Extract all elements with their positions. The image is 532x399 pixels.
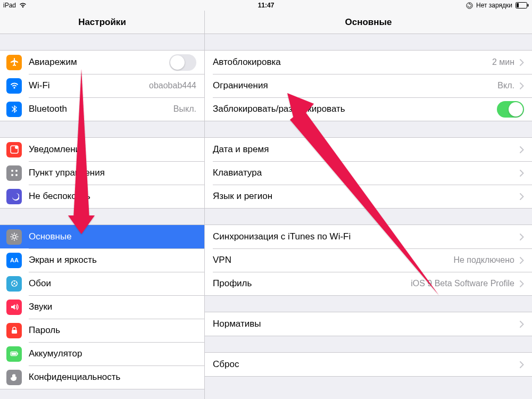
sidebar-item-bluetooth[interactable]: Bluetooth Выкл. bbox=[0, 97, 204, 121]
regulatory-label: Нормативы bbox=[213, 319, 514, 329]
row-keyboard[interactable]: Клавиатура bbox=[205, 161, 532, 185]
chevron-icon bbox=[520, 59, 524, 66]
row-reset[interactable]: Сброс bbox=[205, 353, 532, 376]
vpn-value: Не подключено bbox=[453, 255, 514, 265]
svg-point-8 bbox=[11, 174, 13, 176]
sidebar-item-privacy[interactable]: Конфиденциальность bbox=[0, 365, 204, 389]
svg-point-6 bbox=[11, 170, 13, 172]
bluetooth-value: Выкл. bbox=[173, 104, 196, 114]
gear-icon bbox=[6, 229, 22, 245]
row-restrictions[interactable]: Ограничения Вкл. bbox=[205, 74, 532, 97]
sidebar-item-general[interactable]: Основные bbox=[0, 225, 204, 248]
svg-point-25 bbox=[12, 285, 13, 286]
reset-label: Сброс bbox=[213, 359, 514, 370]
charging-label: Нет зарядки bbox=[476, 2, 512, 9]
notifications-label: Уведомления bbox=[29, 144, 196, 155]
general-label: Основные bbox=[29, 231, 196, 242]
svg-point-10 bbox=[13, 235, 16, 238]
autolock-label: Автоблокировка bbox=[213, 57, 488, 68]
chevron-icon bbox=[520, 321, 524, 328]
sidebar-item-display[interactable]: AA Экран и яркость bbox=[0, 248, 204, 272]
svg-line-17 bbox=[11, 239, 12, 240]
lock-unlock-label: Заблокировать/разблокировать bbox=[213, 104, 497, 114]
svg-point-9 bbox=[15, 174, 18, 176]
battery-label: Аккумулятор bbox=[29, 348, 196, 359]
row-date-time[interactable]: Дата и время bbox=[205, 138, 532, 161]
lock-unlock-toggle[interactable] bbox=[497, 101, 524, 118]
sidebar-item-sounds[interactable]: Звуки bbox=[0, 295, 204, 319]
detail-scroll[interactable]: Автоблокировка 2 мин Ограничения Вкл. За… bbox=[205, 34, 532, 399]
keyboard-label: Клавиатура bbox=[213, 168, 514, 178]
airplane-label: Авиарежим bbox=[29, 57, 169, 68]
sounds-label: Звуки bbox=[29, 302, 196, 312]
sidebar-item-airplane[interactable]: Авиарежим bbox=[0, 51, 204, 74]
device-label: iPad bbox=[3, 2, 16, 9]
rotation-lock-icon bbox=[466, 2, 473, 9]
profile-label: Профиль bbox=[213, 278, 406, 289]
lock-icon bbox=[6, 323, 22, 338]
bluetooth-icon bbox=[6, 102, 22, 117]
wifi-value: obaobab444 bbox=[149, 81, 196, 90]
airplane-toggle[interactable] bbox=[169, 54, 196, 71]
row-autolock[interactable]: Автоблокировка 2 мин bbox=[205, 51, 532, 74]
svg-point-5 bbox=[15, 146, 18, 149]
restrictions-label: Ограничения bbox=[213, 80, 493, 91]
sidebar-group-connectivity: Авиарежим Wi-Fi obaobab444 Bluetooth Вык… bbox=[0, 50, 204, 121]
sidebar-item-control-center[interactable]: Пункт управления bbox=[0, 161, 204, 185]
detail-title: Основные bbox=[205, 11, 532, 34]
chevron-icon bbox=[520, 361, 524, 368]
sidebar-item-wifi[interactable]: Wi-Fi obaobab444 bbox=[0, 74, 204, 97]
svg-point-7 bbox=[15, 170, 18, 172]
profile-value: iOS 9 Beta Software Profile bbox=[411, 279, 514, 288]
row-lock-unlock[interactable]: Заблокировать/разблокировать bbox=[205, 97, 532, 121]
row-itunes-sync[interactable]: Синхронизация с iTunes по Wi-Fi bbox=[205, 225, 532, 248]
sidebar-item-battery[interactable]: Аккумулятор bbox=[0, 342, 204, 365]
row-profile[interactable]: Профиль iOS 9 Beta Software Profile bbox=[205, 272, 532, 295]
sidebar-scroll[interactable]: Авиарежим Wi-Fi obaobab444 Bluetooth Вык… bbox=[0, 34, 204, 399]
detail-group-lock: Автоблокировка 2 мин Ограничения Вкл. За… bbox=[205, 50, 532, 121]
chevron-icon bbox=[520, 234, 524, 240]
display-label: Экран и яркость bbox=[29, 255, 196, 265]
row-language[interactable]: Язык и регион bbox=[205, 185, 532, 208]
notifications-icon bbox=[6, 142, 22, 157]
chevron-icon bbox=[520, 170, 524, 177]
wallpaper-icon bbox=[6, 276, 22, 292]
sidebar-item-wallpaper[interactable]: Обои bbox=[0, 272, 204, 295]
svg-rect-30 bbox=[11, 353, 16, 355]
moon-icon bbox=[6, 189, 22, 204]
airplane-icon bbox=[6, 55, 22, 70]
control-center-label: Пункт управления bbox=[29, 168, 196, 178]
wallpaper-label: Обои bbox=[29, 278, 196, 289]
status-bar: iPad 11:47 Нет зарядки bbox=[0, 0, 532, 11]
sidebar-group-alerts: Уведомления Пункт управления Не беспокои… bbox=[0, 137, 204, 209]
wifi-icon bbox=[19, 3, 27, 8]
chevron-icon bbox=[520, 280, 524, 287]
chevron-icon bbox=[520, 82, 524, 89]
sidebar-item-notifications[interactable]: Уведомления bbox=[0, 138, 204, 161]
battery-icon bbox=[516, 2, 529, 9]
vpn-label: VPN bbox=[213, 255, 449, 265]
row-vpn[interactable]: VPN Не подключено bbox=[205, 248, 532, 272]
row-regulatory[interactable]: Нормативы bbox=[205, 312, 532, 336]
sidebar-item-passcode[interactable]: Пароль bbox=[0, 319, 204, 342]
detail-group-reset: Сброс bbox=[205, 352, 532, 377]
svg-line-16 bbox=[16, 239, 17, 240]
dnd-label: Не беспокоить bbox=[29, 191, 196, 202]
detail-group-network: Синхронизация с iTunes по Wi-Fi VPN Не п… bbox=[205, 225, 532, 296]
svg-point-23 bbox=[16, 282, 17, 283]
restrictions-value: Вкл. bbox=[497, 81, 514, 90]
battery-icon bbox=[6, 346, 22, 362]
svg-point-21 bbox=[13, 283, 15, 285]
settings-sidebar: Настройки Авиарежим Wi-Fi obaobab444 bbox=[0, 11, 205, 399]
sidebar-item-dnd[interactable]: Не беспокоить bbox=[0, 185, 204, 208]
sidebar-group-device: Основные AA Экран и яркость Обои bbox=[0, 225, 204, 389]
svg-rect-3 bbox=[517, 3, 519, 7]
speaker-icon bbox=[6, 300, 22, 315]
detail-panel: Основные Автоблокировка 2 мин Ограничени… bbox=[205, 11, 532, 399]
wifi-label: Wi-Fi bbox=[29, 80, 145, 91]
detail-group-regulatory: Нормативы bbox=[205, 312, 532, 336]
display-icon: AA bbox=[6, 253, 22, 268]
svg-point-24 bbox=[15, 285, 16, 286]
detail-group-locale: Дата и время Клавиатура Язык и регион bbox=[205, 137, 532, 209]
svg-line-18 bbox=[16, 234, 17, 235]
